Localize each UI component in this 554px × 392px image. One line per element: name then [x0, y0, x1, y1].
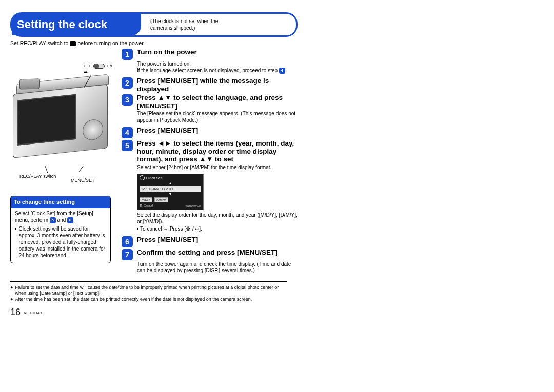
step-5: 5 Press ◄► to select the items (year, mo…	[122, 139, 298, 163]
clockset-title: Clock Set	[137, 174, 203, 181]
step-1-body-line2-post: .	[285, 68, 287, 73]
step-num-1: 1	[122, 49, 133, 60]
power-switch-icon	[93, 64, 105, 69]
step-4: 4 Press [MENU/SET]	[122, 127, 298, 138]
divider	[10, 281, 287, 282]
infobox-line1: Select [Clock Set] from the [Setup] menu…	[15, 210, 106, 223]
clockset-up-icon: ▲	[137, 181, 203, 185]
clockset-down-icon: ▼	[137, 192, 203, 196]
footnotes: ●Failure to set the date and time will c…	[10, 285, 282, 303]
clockset-screenshot: Clock Set ▲ 12 : 00 JAN / 1 / 2011 ▼ M/D…	[137, 174, 204, 210]
step-num-4: 4	[122, 127, 133, 138]
after-ui-bullet: To cancel → Press [🗑 / ↩].	[140, 226, 202, 232]
infobox-line1-mid: and	[56, 217, 67, 223]
step-num-6: 6	[122, 236, 133, 247]
infobox-line1-end: .	[73, 217, 75, 223]
camera-illustration: OFF ON ➡ REC/PLAY switch MENU/SET	[10, 48, 115, 171]
clockset-mdy-button: M/D/Y	[140, 197, 152, 202]
menuset-button-label: MENU/SET	[71, 178, 95, 183]
bullet-icon: •	[15, 225, 17, 259]
subtitle-line1: (The clock is not set when the	[150, 18, 218, 24]
infobox-title: To change time setting	[11, 196, 110, 208]
step-3-body: The [Please set the clock] message appea…	[137, 111, 298, 123]
power-switch-label: OFF ON ➡	[84, 64, 112, 75]
infobox-bullet-text: Clock settings will be saved for approx.…	[19, 225, 106, 259]
step-7-body: Turn on the power again and check the ti…	[137, 261, 298, 274]
intro-line: Set REC/PLAY switch to before turning on…	[10, 40, 298, 46]
subtitle-line2: camera is shipped.)	[150, 25, 195, 31]
section-header: Setting the clock (The clock is not set …	[10, 12, 298, 37]
camera-mode-icon	[70, 41, 76, 46]
intro-pre: Set REC/PLAY switch to	[10, 40, 70, 46]
power-arrow-icon: ➡	[84, 69, 112, 75]
infobox-bullet: • Clock settings will be saved for appro…	[15, 225, 106, 259]
step-3: 3 Press ▲▼ to select the language, and p…	[122, 94, 298, 110]
step-1: 1 Turn on the power	[122, 48, 298, 60]
clockset-date-row: 12 : 00 JAN / 1 / 2011	[140, 186, 201, 192]
step-badge-4-icon: 4	[279, 68, 285, 74]
bullet-icon: ●	[10, 285, 13, 297]
step-2: 2 Press [MENU/SET] while the message is …	[122, 77, 298, 93]
off-label: OFF	[84, 64, 91, 68]
step-7: 7 Confirm the setting and press [MENU/SE…	[122, 249, 298, 260]
step-num-2: 2	[122, 77, 133, 89]
footnote-1: Failure to set the date and time will ca…	[15, 285, 282, 297]
footnote-2: After the time has been set, the date ca…	[15, 297, 252, 302]
step-6-title: Press [MENU/SET]	[137, 236, 198, 247]
step-num-5: 5	[122, 140, 133, 151]
clockset-ampm-button: AM/PM	[154, 197, 169, 202]
step-3-title: Press ▲▼ to select the language, and pre…	[137, 94, 298, 110]
step-num-3: 3	[122, 94, 133, 106]
step-5-title: Press ◄► to select the items (year, mont…	[137, 139, 298, 163]
after-ui-note: Select the display order for the day, mo…	[137, 212, 298, 225]
step-num-7: 7	[122, 249, 133, 260]
section-subtitle: (The clock is not set when the camera is…	[150, 18, 253, 31]
step-7-title: Confirm the setting and press [MENU/SET]	[137, 249, 278, 260]
recplay-switch-label: REC/PLAY switch	[19, 174, 56, 179]
step-1-body-line1: The power is turned on.	[137, 61, 191, 67]
step-1-body: The power is turned on. If the language …	[137, 61, 298, 74]
clockset-select: Select	[185, 204, 194, 208]
clockset-set: Set	[196, 204, 201, 208]
step-badge-6-icon: 6	[67, 217, 73, 223]
page-code: VQT3H43	[24, 311, 42, 315]
step-6: 6 Press [MENU/SET]	[122, 236, 298, 247]
step-1-body-line2-pre: If the language select screen is not dis…	[137, 68, 279, 73]
page-number: 16VQT3H43	[10, 307, 42, 318]
step-4-title: Press [MENU/SET]	[137, 127, 198, 138]
clockset-cancel: Cancel	[144, 204, 153, 207]
on-label: ON	[107, 64, 112, 68]
step-2-title: Press [MENU/SET] while the message is di…	[137, 77, 298, 93]
bullet-icon: ●	[10, 297, 13, 302]
intro-post: before turning on the power.	[76, 40, 145, 46]
step-badge-5-icon: 5	[50, 217, 56, 223]
step-5-body: Select either [24hrs] or [AM/PM] for the…	[137, 164, 298, 171]
step-1-title: Turn on the power	[137, 48, 197, 60]
section-title: Setting the clock	[12, 14, 141, 35]
change-time-infobox: To change time setting Select [Clock Set…	[10, 196, 111, 263]
page-number-value: 16	[10, 307, 21, 317]
